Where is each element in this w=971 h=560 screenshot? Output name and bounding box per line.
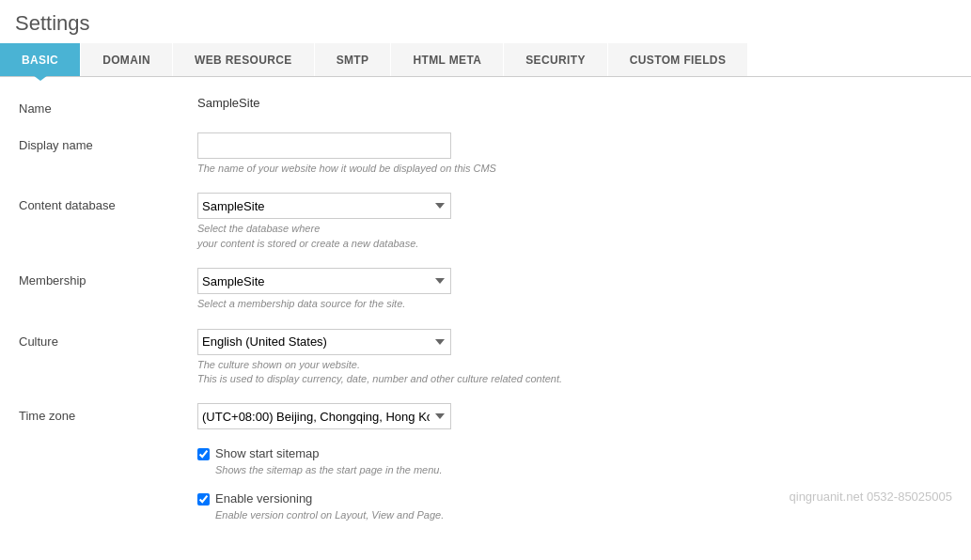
name-field: SampleSite — [197, 96, 952, 110]
enable-versioning-label: Enable versioning — [215, 491, 312, 506]
name-label: Name — [19, 96, 197, 116]
display-name-label: Display name — [19, 132, 197, 152]
form-content: Name SampleSite Display name The name of… — [0, 77, 971, 554]
timezone-label: Time zone — [19, 403, 197, 423]
tab-security[interactable]: SECURITY — [504, 43, 607, 76]
name-value: SampleSite — [197, 96, 259, 110]
membership-label: Membership — [19, 268, 197, 288]
watermark: qingruanit.net 0532-85025005 — [790, 490, 952, 504]
culture-field: English (United States) The culture show… — [197, 329, 952, 387]
tab-smtp[interactable]: SMTP — [315, 43, 391, 76]
membership-row: Membership SampleSite Select a membershi… — [19, 268, 952, 311]
enable-versioning-checkbox[interactable] — [197, 493, 210, 506]
membership-hint: Select a membership data source for the … — [197, 297, 952, 311]
tab-html-meta[interactable]: HTML META — [391, 43, 503, 76]
timezone-select[interactable]: (UTC+08:00) Beijing, Chongqing, Hong Ko — [197, 403, 451, 429]
display-name-hint: The name of your website how it would be… — [197, 162, 952, 176]
page-title: Settings — [0, 0, 971, 43]
content-db-hint: Select the database where your content i… — [197, 222, 952, 251]
show-sitemap-hint: Shows the sitemap as the start page in t… — [215, 463, 443, 477]
culture-select[interactable]: English (United States) — [197, 329, 451, 355]
show-sitemap-row: Show start sitemap Shows the sitemap as … — [197, 446, 952, 477]
tab-bar: BASIC DOMAIN WEB RESOURCE SMTP HTML META… — [0, 43, 971, 77]
show-sitemap-label: Show start sitemap — [215, 446, 320, 460]
content-db-field: SampleSite Select the database where you… — [197, 193, 952, 251]
membership-select[interactable]: SampleSite — [197, 268, 451, 294]
timezone-field: (UTC+08:00) Beijing, Chongqing, Hong Ko — [197, 403, 952, 429]
culture-label: Culture — [19, 329, 197, 349]
content-db-select[interactable]: SampleSite — [197, 193, 451, 219]
display-name-row: Display name The name of your website ho… — [19, 132, 952, 176]
enable-versioning-hint: Enable version control on Layout, View a… — [215, 508, 444, 522]
culture-hint: The culture shown on your website. This … — [197, 358, 952, 387]
tab-basic[interactable]: BASIC — [0, 43, 80, 76]
content-db-row: Content database SampleSite Select the d… — [19, 193, 952, 251]
content-db-label: Content database — [19, 193, 197, 212]
display-name-input[interactable] — [197, 132, 451, 159]
culture-row: Culture English (United States) The cult… — [19, 329, 952, 387]
name-row: Name SampleSite — [19, 96, 952, 116]
display-name-field: The name of your website how it would be… — [197, 132, 952, 176]
timezone-row: Time zone (UTC+08:00) Beijing, Chongqing… — [19, 403, 952, 429]
tab-custom-fields[interactable]: CUSTOM FIELDS — [608, 43, 747, 76]
membership-field: SampleSite Select a membership data sour… — [197, 268, 952, 311]
tab-domain[interactable]: DOMAIN — [81, 43, 172, 76]
tab-web-resource[interactable]: WEB RESOURCE — [173, 43, 314, 76]
show-sitemap-checkbox[interactable] — [197, 448, 210, 460]
